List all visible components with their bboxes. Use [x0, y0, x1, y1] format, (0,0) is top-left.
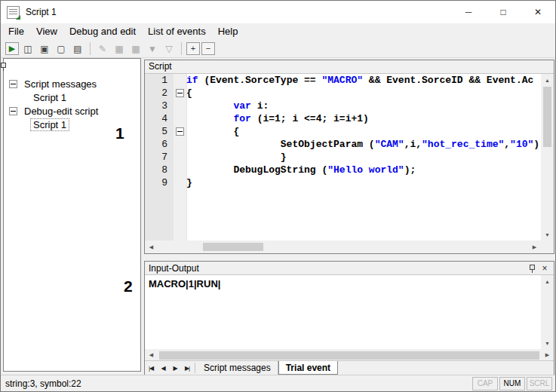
- document-lines-icon: ▤: [73, 44, 81, 54]
- fold-collapse-icon[interactable]: [176, 127, 184, 136]
- line-number: 1: [145, 74, 174, 87]
- code-text: }: [186, 176, 541, 189]
- editor-vertical-scrollbar[interactable]: ▲ ▼: [541, 74, 554, 240]
- nav-separator: [195, 363, 195, 373]
- app-icon: [7, 6, 20, 19]
- run-script-button[interactable]: ▶: [5, 42, 19, 55]
- window-title: Script 1: [26, 7, 57, 17]
- scrollbar-track[interactable]: [158, 349, 541, 360]
- keyboard-toggles: CAPNUMSCRL: [471, 377, 552, 390]
- line-number: 4: [145, 112, 174, 125]
- scroll-right-icon[interactable]: ▶: [541, 349, 554, 360]
- document-lines-button[interactable]: ▤: [70, 42, 85, 56]
- tree-item-label[interactable]: Debug-edit script: [21, 105, 101, 118]
- tab-nav-button-2[interactable]: ▶: [169, 361, 181, 375]
- toolbar-separator: [181, 42, 182, 55]
- tab-nav-button-1[interactable]: ◀: [157, 361, 169, 375]
- scrollbar-thumb[interactable]: [159, 351, 539, 360]
- tree-item-label[interactable]: Script messages: [21, 78, 100, 90]
- edit-pencil-button[interactable]: ✎: [95, 42, 110, 56]
- menu-list-of-events[interactable]: List of events: [142, 23, 212, 40]
- tree-item-debug-edit-script[interactable]: Debug-edit script: [4, 104, 140, 118]
- tab-script-messages[interactable]: Script messages: [197, 361, 278, 375]
- code-text: }: [186, 151, 541, 164]
- save-button[interactable]: ▣: [37, 42, 52, 56]
- close-button[interactable]: ✕: [521, 1, 555, 23]
- pin-icon[interactable]: [528, 264, 536, 273]
- status-bar: string:3, symbol:22 CAPNUMSCRL: [1, 375, 555, 391]
- editor-horizontal-scrollbar[interactable]: ◀ ▶: [145, 240, 541, 253]
- grid-small-button[interactable]: ▦: [112, 42, 127, 56]
- scroll-left-icon[interactable]: ◀: [145, 349, 158, 360]
- tab-nav-button-3[interactable]: ▶|: [181, 361, 193, 375]
- fold-cell: [174, 176, 186, 189]
- toolbar-separator: [90, 42, 91, 55]
- io-horizontal-scrollbar[interactable]: ◀ ▶: [145, 349, 554, 360]
- expand-all-icon: +: [191, 44, 195, 54]
- menu-help[interactable]: Help: [212, 23, 244, 40]
- filter-button[interactable]: ▽: [161, 42, 177, 56]
- new-document-button[interactable]: ▢: [54, 42, 69, 56]
- fold-cell: [174, 138, 186, 151]
- scroll-right-icon[interactable]: ▶: [528, 241, 541, 253]
- minimize-button[interactable]: ─: [451, 1, 486, 23]
- menu-file[interactable]: File: [2, 23, 30, 40]
- menu-debug-and-edit[interactable]: Debug and edit: [63, 23, 142, 40]
- grid-large-button[interactable]: ▦: [128, 42, 143, 56]
- code-line[interactable]: 6 SetObjectParam ("CAM",i,"hot_rec_time"…: [145, 138, 541, 151]
- save-icon: ▣: [40, 44, 48, 54]
- code-line[interactable]: 8 DebugLogString ("Hello world");: [145, 164, 541, 176]
- windows-button[interactable]: ◫: [20, 42, 35, 56]
- cursor-position-text: string:3, symbol:22: [4, 378, 471, 389]
- menu-bar: FileViewDebug and editList of eventsHelp: [1, 23, 555, 40]
- code-text: SetObjectParam ("CAM",i,"hot_rec_time","…: [186, 138, 541, 151]
- collapse-all-button[interactable]: −: [201, 42, 215, 55]
- filter-down-button[interactable]: ▼: [145, 42, 160, 56]
- tree-item-script-1[interactable]: Script 1: [4, 90, 140, 104]
- close-pane-icon[interactable]: ×: [539, 263, 550, 274]
- script-tree-panel: Script messagesScript 1Debug-edit script…: [3, 58, 141, 372]
- code-line[interactable]: 5 {: [145, 125, 541, 138]
- script-panel-title: Script: [145, 60, 554, 74]
- fold-cell: [174, 164, 186, 176]
- code-area[interactable]: 1if (Event.SorceType == "MACRO" && Event…: [145, 74, 541, 240]
- code-text: DebugLogString ("Hello world");: [186, 164, 541, 176]
- scrollbar-thumb[interactable]: [543, 87, 551, 147]
- edit-pencil-icon: ✎: [99, 44, 106, 54]
- tree-expander-icon[interactable]: [9, 80, 17, 88]
- line-number: 3: [145, 100, 174, 112]
- scroll-up-icon[interactable]: ▲: [541, 74, 554, 86]
- status-toggle-num: NUM: [499, 377, 525, 390]
- scrollbar-thumb[interactable]: [203, 243, 263, 251]
- fold-cell: [174, 151, 186, 164]
- fold-collapse-icon[interactable]: [176, 89, 184, 97]
- scrollbar-track[interactable]: [158, 240, 528, 253]
- scroll-down-icon[interactable]: ▼: [541, 337, 554, 349]
- fold-cell: [174, 125, 186, 138]
- code-line[interactable]: 4 for (i=1; i <=4; i=i+1): [145, 112, 541, 125]
- tab-trial-event[interactable]: Trial event: [278, 361, 338, 375]
- menu-view[interactable]: View: [30, 23, 63, 40]
- code-line[interactable]: 3 var i:: [145, 100, 541, 112]
- tree-item-label[interactable]: Script 1: [30, 118, 69, 131]
- expand-all-button[interactable]: +: [186, 42, 200, 55]
- code-line[interactable]: 7 }: [145, 151, 541, 164]
- io-vertical-scrollbar[interactable]: ▲ ▼: [541, 275, 554, 349]
- scroll-left-icon[interactable]: ◀: [145, 241, 158, 253]
- scroll-up-icon[interactable]: ▲: [541, 275, 554, 287]
- code-line[interactable]: 2{: [145, 87, 541, 100]
- code-line[interactable]: 9}: [145, 176, 541, 189]
- code-editor[interactable]: 1if (Event.SorceType == "MACRO" && Event…: [145, 74, 554, 253]
- maximize-button[interactable]: □: [486, 1, 521, 23]
- input-output-content[interactable]: MACRO|1|RUN| ▲ ▼: [145, 275, 554, 349]
- code-line[interactable]: 1if (Event.SorceType == "MACRO" && Event…: [145, 74, 541, 87]
- tree-item-script-messages[interactable]: Script messages: [4, 77, 140, 90]
- annotation-marker-2: 2: [124, 277, 133, 296]
- script-tree: Script messagesScript 1Debug-edit script…: [4, 77, 140, 131]
- scroll-down-icon[interactable]: ▼: [541, 228, 554, 240]
- tree-item-label[interactable]: Script 1: [30, 91, 69, 104]
- run-script-icon: ▶: [9, 44, 15, 54]
- tree-expander-icon[interactable]: [9, 107, 17, 115]
- tab-nav-button-0[interactable]: |◀: [145, 361, 157, 375]
- pin-icon[interactable]: [0, 62, 8, 71]
